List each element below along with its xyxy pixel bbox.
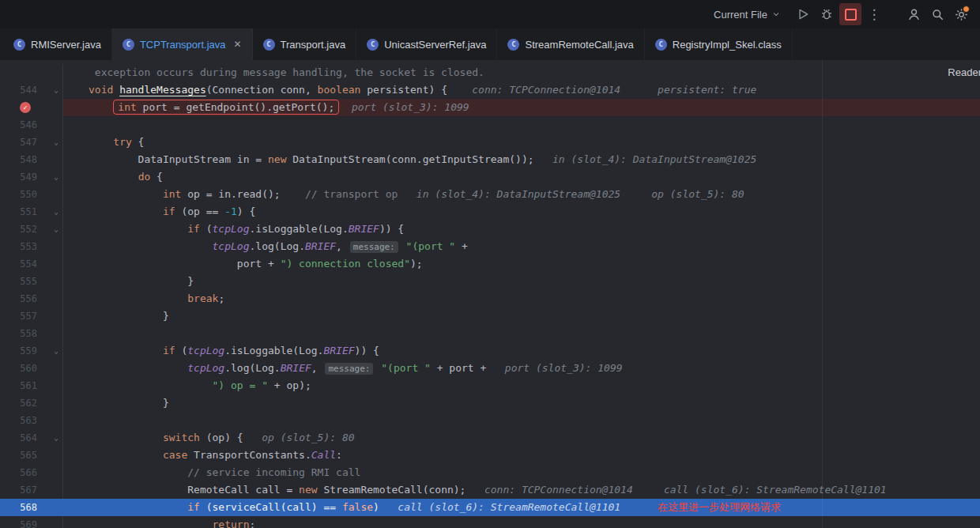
code-text[interactable]: } xyxy=(63,307,980,325)
code-line[interactable]: 552⌄ if (tcpLog.isLoggable(Log.BRIEF)) { xyxy=(0,221,980,238)
line-number-gutter[interactable] xyxy=(0,64,63,81)
code-text[interactable]: tcpLog.log(Log.BRIEF, message: "(port " … xyxy=(63,360,980,377)
line-number-gutter[interactable]: 563 xyxy=(0,412,63,429)
fold-chevron-icon[interactable]: ⌄ xyxy=(54,429,58,447)
line-number-gutter[interactable]: 558 xyxy=(0,325,63,342)
code-text[interactable]: } xyxy=(63,394,980,412)
code-line[interactable]: 569 return; xyxy=(0,516,980,528)
code-line[interactable]: 554 port + ") connection closed"); xyxy=(0,255,980,273)
code-line[interactable]: 557 } xyxy=(0,307,980,325)
line-number-gutter[interactable]: 566 xyxy=(0,464,63,481)
reader-mode-label[interactable]: Reader xyxy=(948,66,980,78)
line-number-gutter[interactable]: ✓ xyxy=(0,99,63,116)
code-text[interactable]: RemoteCall call = new StreamRemoteCall(c… xyxy=(63,481,980,499)
run-button[interactable] xyxy=(792,3,814,25)
code-text[interactable]: // service incoming RMI call xyxy=(63,464,980,481)
code-text[interactable]: if (tcpLog.isLoggable(Log.BRIEF)) { xyxy=(63,342,980,360)
code-line[interactable]: exception occurs during message handling… xyxy=(0,64,980,81)
line-number-gutter[interactable]: 565 xyxy=(0,447,63,464)
code-text[interactable]: if (op == -1) { xyxy=(63,203,980,221)
code-line[interactable]: 564⌄ switch (op) { op (slot_5): 80 xyxy=(0,429,980,447)
more-actions-button[interactable]: ⋮ xyxy=(863,3,885,25)
line-number-gutter[interactable]: 553 xyxy=(0,238,63,255)
code-line[interactable]: 556 break; xyxy=(0,290,980,307)
code-line[interactable]: 551⌄ if (op == -1) { xyxy=(0,203,980,221)
code-line[interactable]: 567 RemoteCall call = new StreamRemoteCa… xyxy=(0,481,980,499)
search-everywhere-button[interactable] xyxy=(926,3,948,25)
editor-tab[interactable]: CTransport.java xyxy=(253,28,357,60)
line-number-gutter[interactable]: 546 xyxy=(0,116,63,134)
fold-chevron-icon[interactable]: ⌄ xyxy=(54,203,58,221)
code-line[interactable]: 546 xyxy=(0,116,980,134)
code-line[interactable]: 549⌄ do { xyxy=(0,168,980,186)
line-number-gutter[interactable]: 554 xyxy=(0,255,63,273)
code-line[interactable]: 566 // service incoming RMI call xyxy=(0,464,980,481)
fold-chevron-icon[interactable]: ⌄ xyxy=(54,168,58,186)
code-text[interactable]: try { xyxy=(63,134,980,151)
line-number-gutter[interactable]: 547⌄ xyxy=(0,134,63,151)
code-text[interactable]: switch (op) { op (slot_5): 80 xyxy=(63,429,980,447)
code-line[interactable]: 550 int op = in.read(); // transport op … xyxy=(0,186,980,203)
code-text[interactable]: int op = in.read(); // transport op in (… xyxy=(63,186,980,203)
code-text[interactable]: } xyxy=(63,273,980,290)
editor-tab[interactable]: CRegistryImpl_Skel.class xyxy=(645,28,793,60)
code-line[interactable]: 563 xyxy=(0,412,980,429)
code-line[interactable]: 547⌄ try { xyxy=(0,134,980,151)
code-line[interactable]: 548 DataInputStream in = new DataInputSt… xyxy=(0,151,980,168)
code-line[interactable]: 553 tcpLog.log(Log.BRIEF, message: "(por… xyxy=(0,238,980,255)
code-text[interactable]: DataInputStream in = new DataInputStream… xyxy=(63,151,980,168)
code-line[interactable]: 568 if (serviceCall(call) == false) call… xyxy=(0,499,980,516)
code-text[interactable] xyxy=(63,325,980,342)
line-number-gutter[interactable]: 548 xyxy=(0,151,63,168)
code-text[interactable]: int port = getEndpoint().getPort(); port… xyxy=(63,99,980,116)
code-line[interactable]: 562 } xyxy=(0,394,980,412)
code-line[interactable]: 561 ") op = " + op); xyxy=(0,377,980,394)
line-number-gutter[interactable]: 551⌄ xyxy=(0,203,63,221)
code-with-me-button[interactable] xyxy=(903,3,925,25)
editor-tab[interactable]: CUnicastServerRef.java xyxy=(356,28,497,60)
line-number-gutter[interactable]: 555 xyxy=(0,273,63,290)
line-number-gutter[interactable]: 561 xyxy=(0,377,63,394)
run-configuration-selector[interactable]: Current File xyxy=(707,3,787,25)
line-number-gutter[interactable]: 559⌄ xyxy=(0,342,63,360)
line-number-gutter[interactable]: 557 xyxy=(0,307,63,325)
line-number-gutter[interactable]: 568 xyxy=(0,499,63,516)
editor-tab[interactable]: CRMIServer.java xyxy=(3,28,112,60)
code-text[interactable]: return; xyxy=(63,516,980,528)
line-number-gutter[interactable]: 549⌄ xyxy=(0,168,63,186)
stop-button[interactable] xyxy=(839,3,861,25)
settings-button[interactable] xyxy=(950,3,972,25)
code-line[interactable]: 558 xyxy=(0,325,980,342)
line-number-gutter[interactable]: 552⌄ xyxy=(0,221,63,238)
code-line[interactable]: 544⌄void handleMessages(Connection conn,… xyxy=(0,81,980,99)
code-text[interactable]: do { xyxy=(63,168,980,186)
fold-chevron-icon[interactable]: ⌄ xyxy=(54,81,58,99)
code-text[interactable]: case TransportConstants.Call: xyxy=(63,447,980,464)
code-text[interactable]: void handleMessages(Connection conn, boo… xyxy=(63,81,980,99)
code-line[interactable]: 565 case TransportConstants.Call: xyxy=(0,447,980,464)
editor-tab[interactable]: CTCPTransport.java✕ xyxy=(112,28,253,60)
line-number-gutter[interactable]: 564⌄ xyxy=(0,429,63,447)
line-number-gutter[interactable]: 560 xyxy=(0,360,63,377)
code-line[interactable]: ✓ int port = getEndpoint().getPort(); po… xyxy=(0,99,980,116)
line-number-gutter[interactable]: 544⌄ xyxy=(0,81,63,99)
code-text[interactable]: ") op = " + op); xyxy=(63,377,980,394)
fold-chevron-icon[interactable]: ⌄ xyxy=(54,134,58,151)
breakpoint-icon[interactable]: ✓ xyxy=(20,102,31,113)
code-text[interactable]: if (serviceCall(call) == false) call (sl… xyxy=(63,499,980,516)
code-text[interactable]: tcpLog.log(Log.BRIEF, message: "(port " … xyxy=(63,238,980,255)
code-text[interactable]: if (tcpLog.isLoggable(Log.BRIEF)) { xyxy=(63,221,980,238)
fold-chevron-icon[interactable]: ⌄ xyxy=(54,342,58,360)
code-line[interactable]: 559⌄ if (tcpLog.isLoggable(Log.BRIEF)) { xyxy=(0,342,980,360)
line-number-gutter[interactable]: 567 xyxy=(0,481,63,499)
code-text[interactable] xyxy=(63,412,980,429)
editor-tab[interactable]: CStreamRemoteCall.java xyxy=(497,28,644,60)
line-number-gutter[interactable]: 556 xyxy=(0,290,63,307)
code-line[interactable]: 560 tcpLog.log(Log.BRIEF, message: "(por… xyxy=(0,360,980,377)
code-text[interactable]: exception occurs during message handling… xyxy=(63,64,980,81)
code-text[interactable]: port + ") connection closed"); xyxy=(63,255,980,273)
debug-button[interactable] xyxy=(816,3,838,25)
code-text[interactable]: break; xyxy=(63,290,980,307)
line-number-gutter[interactable]: 550 xyxy=(0,186,63,203)
close-icon[interactable]: ✕ xyxy=(233,39,241,50)
